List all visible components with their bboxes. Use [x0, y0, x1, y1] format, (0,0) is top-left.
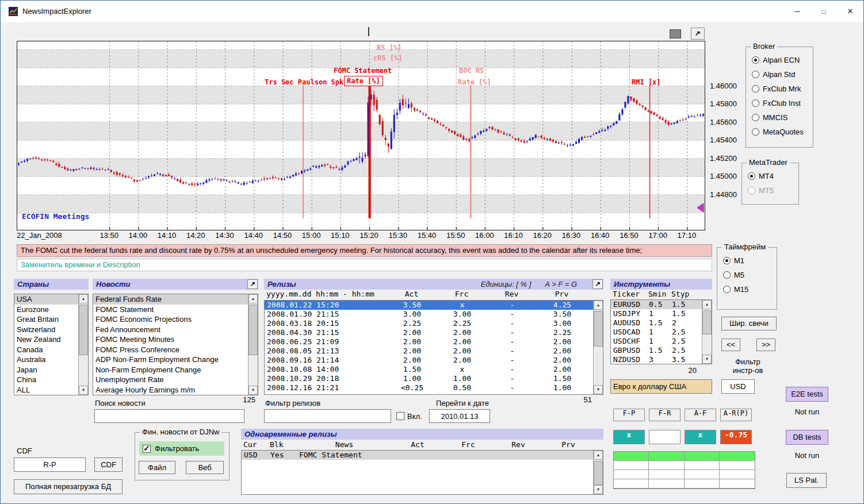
releases-export-button[interactable]: ↗ [592, 279, 603, 289]
release-row[interactable]: 2008.10.29 20:181.001.00-1.50 [265, 374, 593, 383]
scroll-down-button[interactable]: ▼ [249, 386, 258, 395]
radio-label: MT5 [759, 186, 774, 195]
timeframe-option-m5[interactable]: M5 [723, 268, 777, 282]
scroll-down-button[interactable]: ▼ [594, 385, 603, 394]
stat-header-cell[interactable]: F-P [613, 409, 645, 421]
broker-option-mmcis[interactable]: MMCIS [752, 110, 813, 125]
instrument-row[interactable]: USDCAD12.5 [611, 328, 702, 337]
news-item[interactable]: ADP Non-Farm Employment Change [93, 355, 248, 365]
news-item[interactable]: Fed Announcement [93, 325, 248, 335]
release-row[interactable]: 2008.04.30 21:152.002.00-2.25 [265, 328, 593, 337]
cdf-button[interactable]: CDF [94, 457, 123, 472]
scroll-up-button[interactable]: ▲ [702, 300, 712, 309]
release-row[interactable]: 2008.10.08 14:001.50x-2.00 [265, 365, 593, 374]
release-row[interactable]: 2008.01.22 15:203.50x-4.25 [265, 301, 593, 310]
country-item[interactable]: USA [14, 294, 78, 305]
country-item[interactable]: China [14, 375, 78, 385]
instrument-row[interactable]: AUDUSD1.52 [611, 318, 702, 328]
file-button[interactable]: Файл [139, 461, 175, 474]
djn-filter-checkbox[interactable] [143, 445, 151, 453]
news-item[interactable]: FOMC Economic Projections [93, 314, 248, 325]
instrument-row[interactable]: GBPUSD1.52.5 [611, 346, 702, 355]
scroll-up-button[interactable]: ▲ [594, 301, 603, 310]
scrollbar[interactable]: ▲▼ [593, 301, 603, 394]
scroll-thumb[interactable] [79, 305, 88, 355]
scrollbar[interactable]: ▲▼ [593, 451, 603, 494]
next-instrument-button[interactable]: >> [756, 338, 775, 351]
minimize-button[interactable]: ─ [784, 1, 811, 22]
release-row[interactable]: 2008.12.16 21:21<0.250.50-1.00 [265, 383, 593, 393]
chart-export-button[interactable]: ↗ [691, 28, 705, 40]
maximize-button[interactable]: □ [811, 1, 837, 22]
timeframe-option-m1[interactable]: M1 [723, 253, 777, 268]
country-item[interactable]: Japan [14, 365, 78, 375]
country-item[interactable]: New Zealand [14, 334, 78, 345]
country-item[interactable]: Australia [14, 355, 78, 365]
scroll-up-button[interactable]: ▲ [594, 451, 603, 460]
news-export-button[interactable]: ↗ [247, 279, 258, 289]
country-item[interactable]: ALL [14, 385, 78, 395]
scroll-down-button[interactable]: ▼ [594, 485, 603, 494]
instrument-row[interactable]: EURUSD0.51.5 [611, 300, 702, 309]
release-row[interactable]: 2008.06.25 21:092.002.00-2.00 [265, 337, 593, 347]
broker-option-metaquotes[interactable]: MetaQuotes [752, 125, 813, 139]
scroll-down-button[interactable]: ▼ [702, 355, 712, 364]
simultaneous-row[interactable]: USDYesFOMC Statement [242, 451, 593, 460]
stat-header-cell[interactable]: F-R [649, 409, 681, 421]
news-item[interactable]: FOMC Meeting Minutes [93, 334, 248, 345]
instrument-row[interactable]: USDCHF12.5 [611, 337, 702, 346]
close-button[interactable]: ✕ [837, 1, 863, 22]
release-row[interactable]: 2008.08.05 21:132.002.00-2.00 [265, 347, 593, 356]
scrollbar[interactable]: ▲▼ [702, 300, 712, 364]
release-filter-input[interactable] [264, 409, 391, 423]
broker-option-alpari-ecn[interactable]: Alpari ECN [752, 53, 813, 67]
broker-option-alpari-std[interactable]: Alpari Std [752, 67, 813, 82]
news-search-input[interactable] [94, 409, 244, 423]
country-item[interactable]: Switzerland [14, 325, 78, 335]
news-item[interactable]: Federal Funds Rate [93, 294, 248, 305]
news-item[interactable]: FOMC Statement [93, 305, 248, 315]
stat-header-cell[interactable]: A-R(P) [720, 409, 752, 421]
country-item[interactable]: Canada [14, 345, 78, 355]
prev-instrument-button[interactable]: << [721, 338, 740, 351]
timeframe-option-m15[interactable]: M15 [723, 282, 777, 297]
scroll-thumb[interactable] [594, 461, 603, 485]
web-button[interactable]: Веб [186, 461, 224, 474]
cdf-mode-input[interactable] [14, 457, 86, 472]
ls-pal-button[interactable]: LS Pal. [786, 473, 827, 488]
db-tests-button[interactable]: DB tests [786, 430, 828, 445]
color-swatch-button[interactable] [670, 29, 681, 39]
scroll-thumb[interactable] [702, 310, 712, 334]
news-item[interactable]: Non-Farm Employment Change [93, 365, 248, 375]
filter-enable-checkbox[interactable] [396, 412, 404, 420]
country-item[interactable]: Great Britain [14, 314, 78, 325]
scroll-thumb[interactable] [249, 305, 258, 355]
goto-date-input[interactable] [429, 409, 490, 423]
metatrader-option-mt5[interactable]: MT5 [748, 183, 798, 198]
reload-db-button[interactable]: Полная перезагрузка БД [14, 479, 123, 494]
stat-header-cell[interactable]: A-F [685, 409, 716, 421]
release-row[interactable]: 2008.09.16 21:142.002.00-2.00 [265, 356, 593, 365]
broker-option-fxclub-inst[interactable]: FxClub Inst [752, 96, 813, 110]
instrument-description: Евро к доллару США [610, 379, 712, 394]
news-item[interactable]: Unemployment Rate [93, 375, 248, 385]
scroll-down-button[interactable]: ▼ [79, 386, 88, 395]
release-row[interactable]: 2008.01.30 21:153.003.00-3.50 [265, 310, 593, 319]
scroll-up-button[interactable]: ▲ [79, 294, 88, 303]
country-item[interactable]: Eurozone [14, 305, 78, 315]
news-item[interactable]: FOMC Press Conference [93, 345, 248, 355]
scrollbar[interactable]: ▲▼ [78, 294, 88, 395]
candle-width-button[interactable]: Шир. свечи [721, 317, 777, 330]
release-row[interactable]: 2008.03.18 20:152.252.25-3.00 [265, 319, 593, 328]
price-chart[interactable]: RS [%] cRS [%] FOMC Statement Trs Sec Pa… [17, 41, 705, 230]
scroll-up-button[interactable]: ▲ [249, 294, 258, 303]
instrument-row[interactable]: USDJPY11.5 [611, 309, 702, 318]
metatrader-option-mt4[interactable]: MT4 [748, 169, 798, 183]
news-item[interactable]: Average Hourly Earnings m/m [93, 385, 248, 395]
instrument-row[interactable]: NZDUSD33.5 [611, 355, 702, 364]
scroll-thumb[interactable] [594, 311, 603, 347]
djn-filter-row[interactable]: Фильтровать [139, 441, 224, 456]
e2e-tests-button[interactable]: E2E tests [786, 387, 828, 402]
broker-option-fxclub-mrk[interactable]: FxClub Mrk [752, 82, 813, 96]
scrollbar[interactable]: ▲▼ [248, 294, 258, 395]
